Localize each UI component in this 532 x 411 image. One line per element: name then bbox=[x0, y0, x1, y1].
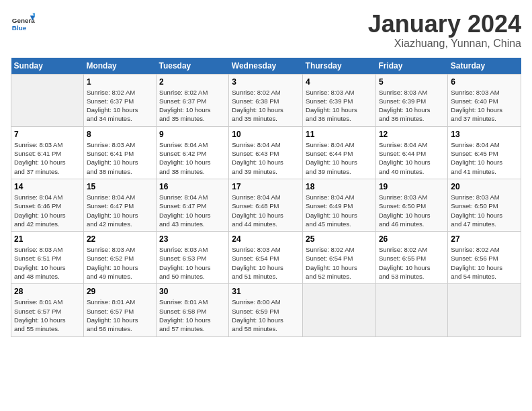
calendar-cell: 8Sunrise: 8:03 AM Sunset: 6:41 PM Daylig… bbox=[83, 126, 156, 179]
day-info: Sunrise: 8:03 AM Sunset: 6:41 PM Dayligh… bbox=[87, 140, 153, 176]
day-info: Sunrise: 8:03 AM Sunset: 6:50 PM Dayligh… bbox=[451, 193, 518, 228]
day-number: 11 bbox=[306, 130, 373, 139]
day-number: 4 bbox=[306, 77, 373, 87]
calendar-cell: 25Sunrise: 8:02 AM Sunset: 6:54 PM Dayli… bbox=[303, 232, 376, 284]
calendar-cell: 16Sunrise: 8:04 AM Sunset: 6:47 PM Dayli… bbox=[157, 179, 229, 231]
week-row-2: 7Sunrise: 8:03 AM Sunset: 6:41 PM Daylig… bbox=[11, 126, 521, 179]
day-number: 13 bbox=[451, 130, 518, 139]
day-info: Sunrise: 8:02 AM Sunset: 6:38 PM Dayligh… bbox=[232, 88, 300, 124]
day-info: Sunrise: 8:03 AM Sunset: 6:51 PM Dayligh… bbox=[14, 245, 81, 281]
week-row-1: 1Sunrise: 8:02 AM Sunset: 6:37 PM Daylig… bbox=[11, 74, 521, 126]
page: General Blue January 2024 Xiazhuang, Yun… bbox=[0, 0, 532, 411]
day-number: 20 bbox=[451, 182, 518, 191]
calendar-cell: 28Sunrise: 8:01 AM Sunset: 6:57 PM Dayli… bbox=[11, 284, 84, 336]
day-number: 10 bbox=[232, 130, 300, 139]
calendar-cell: 1Sunrise: 8:02 AM Sunset: 6:37 PM Daylig… bbox=[83, 74, 156, 126]
day-number: 24 bbox=[232, 234, 300, 244]
calendar-cell: 29Sunrise: 8:01 AM Sunset: 6:57 PM Dayli… bbox=[83, 284, 156, 336]
calendar-table: SundayMondayTuesdayWednesdayThursdayFrid… bbox=[11, 58, 521, 337]
calendar-cell: 21Sunrise: 8:03 AM Sunset: 6:51 PM Dayli… bbox=[11, 232, 84, 284]
calendar-cell: 14Sunrise: 8:04 AM Sunset: 6:46 PM Dayli… bbox=[11, 179, 84, 231]
day-info: Sunrise: 8:04 AM Sunset: 6:48 PM Dayligh… bbox=[232, 193, 300, 228]
day-number: 28 bbox=[14, 287, 81, 296]
calendar-cell: 11Sunrise: 8:04 AM Sunset: 6:44 PM Dayli… bbox=[303, 126, 376, 179]
calendar-cell: 10Sunrise: 8:04 AM Sunset: 6:43 PM Dayli… bbox=[229, 126, 303, 179]
column-header-wednesday: Wednesday bbox=[229, 58, 303, 75]
day-number: 2 bbox=[159, 77, 226, 87]
calendar-cell bbox=[448, 284, 521, 336]
calendar-cell: 30Sunrise: 8:01 AM Sunset: 6:58 PM Dayli… bbox=[157, 284, 229, 336]
day-number: 9 bbox=[159, 130, 226, 139]
column-header-thursday: Thursday bbox=[303, 58, 376, 75]
calendar-cell: 23Sunrise: 8:03 AM Sunset: 6:53 PM Dayli… bbox=[157, 232, 229, 284]
day-info: Sunrise: 8:04 AM Sunset: 6:45 PM Dayligh… bbox=[451, 140, 518, 176]
calendar-cell: 3Sunrise: 8:02 AM Sunset: 6:38 PM Daylig… bbox=[229, 74, 303, 126]
day-info: Sunrise: 8:02 AM Sunset: 6:37 PM Dayligh… bbox=[159, 88, 226, 124]
day-info: Sunrise: 8:03 AM Sunset: 6:50 PM Dayligh… bbox=[379, 193, 445, 228]
day-number: 1 bbox=[87, 77, 153, 87]
header: General Blue January 2024 Xiazhuang, Yun… bbox=[11, 11, 521, 50]
calendar-cell: 31Sunrise: 8:00 AM Sunset: 6:59 PM Dayli… bbox=[229, 284, 303, 336]
calendar-cell bbox=[11, 74, 84, 126]
day-info: Sunrise: 8:01 AM Sunset: 6:57 PM Dayligh… bbox=[87, 298, 153, 333]
day-number: 19 bbox=[379, 182, 445, 191]
week-row-5: 28Sunrise: 8:01 AM Sunset: 6:57 PM Dayli… bbox=[11, 284, 521, 336]
day-info: Sunrise: 8:04 AM Sunset: 6:44 PM Dayligh… bbox=[379, 140, 445, 176]
calendar-cell: 26Sunrise: 8:02 AM Sunset: 6:55 PM Dayli… bbox=[375, 232, 447, 284]
day-info: Sunrise: 8:03 AM Sunset: 6:39 PM Dayligh… bbox=[306, 88, 373, 124]
calendar-cell: 18Sunrise: 8:04 AM Sunset: 6:49 PM Dayli… bbox=[303, 179, 376, 231]
day-number: 26 bbox=[379, 234, 445, 244]
day-info: Sunrise: 8:04 AM Sunset: 6:46 PM Dayligh… bbox=[14, 193, 81, 228]
column-header-friday: Friday bbox=[375, 58, 447, 75]
day-info: Sunrise: 8:04 AM Sunset: 6:43 PM Dayligh… bbox=[232, 140, 300, 176]
day-info: Sunrise: 8:04 AM Sunset: 6:44 PM Dayligh… bbox=[306, 140, 373, 176]
day-number: 21 bbox=[14, 234, 81, 244]
calendar-cell: 2Sunrise: 8:02 AM Sunset: 6:37 PM Daylig… bbox=[157, 74, 229, 126]
day-info: Sunrise: 8:03 AM Sunset: 6:53 PM Dayligh… bbox=[159, 245, 226, 281]
day-info: Sunrise: 8:01 AM Sunset: 6:57 PM Dayligh… bbox=[14, 298, 81, 333]
column-header-monday: Monday bbox=[83, 58, 156, 75]
calendar-cell bbox=[303, 284, 376, 336]
calendar-cell: 13Sunrise: 8:04 AM Sunset: 6:45 PM Dayli… bbox=[448, 126, 521, 179]
day-info: Sunrise: 8:03 AM Sunset: 6:52 PM Dayligh… bbox=[87, 245, 153, 281]
column-header-tuesday: Tuesday bbox=[157, 58, 229, 75]
calendar-cell: 6Sunrise: 8:03 AM Sunset: 6:40 PM Daylig… bbox=[448, 74, 521, 126]
title-area: January 2024 Xiazhuang, Yunnan, China bbox=[368, 11, 521, 50]
day-number: 25 bbox=[306, 234, 373, 244]
calendar-cell: 20Sunrise: 8:03 AM Sunset: 6:50 PM Dayli… bbox=[448, 179, 521, 231]
svg-text:Blue: Blue bbox=[12, 24, 27, 32]
calendar-cell: 24Sunrise: 8:03 AM Sunset: 6:54 PM Dayli… bbox=[229, 232, 303, 284]
day-number: 16 bbox=[159, 182, 226, 191]
column-header-sunday: Sunday bbox=[11, 58, 84, 75]
week-row-4: 21Sunrise: 8:03 AM Sunset: 6:51 PM Dayli… bbox=[11, 232, 521, 284]
day-number: 12 bbox=[379, 130, 445, 139]
day-info: Sunrise: 8:01 AM Sunset: 6:58 PM Dayligh… bbox=[159, 298, 226, 333]
day-info: Sunrise: 8:02 AM Sunset: 6:55 PM Dayligh… bbox=[379, 245, 445, 281]
calendar-cell: 17Sunrise: 8:04 AM Sunset: 6:48 PM Dayli… bbox=[229, 179, 303, 231]
day-info: Sunrise: 8:02 AM Sunset: 6:54 PM Dayligh… bbox=[306, 245, 373, 281]
calendar-cell: 9Sunrise: 8:04 AM Sunset: 6:42 PM Daylig… bbox=[157, 126, 229, 179]
day-info: Sunrise: 8:03 AM Sunset: 6:54 PM Dayligh… bbox=[232, 245, 300, 281]
calendar-cell: 12Sunrise: 8:04 AM Sunset: 6:44 PM Dayli… bbox=[375, 126, 447, 179]
main-title: January 2024 bbox=[368, 11, 521, 38]
logo-icon: General Blue bbox=[11, 11, 35, 35]
calendar-cell: 4Sunrise: 8:03 AM Sunset: 6:39 PM Daylig… bbox=[303, 74, 376, 126]
logo: General Blue bbox=[11, 11, 35, 35]
day-number: 6 bbox=[451, 77, 518, 87]
column-header-saturday: Saturday bbox=[448, 58, 521, 75]
day-info: Sunrise: 8:03 AM Sunset: 6:39 PM Dayligh… bbox=[379, 88, 445, 124]
day-number: 8 bbox=[87, 130, 153, 139]
calendar-cell bbox=[375, 284, 447, 336]
subtitle: Xiazhuang, Yunnan, China bbox=[368, 38, 521, 50]
day-number: 15 bbox=[87, 182, 153, 191]
day-info: Sunrise: 8:02 AM Sunset: 6:56 PM Dayligh… bbox=[451, 245, 518, 281]
calendar-cell: 5Sunrise: 8:03 AM Sunset: 6:39 PM Daylig… bbox=[375, 74, 447, 126]
calendar-cell: 19Sunrise: 8:03 AM Sunset: 6:50 PM Dayli… bbox=[375, 179, 447, 231]
header-row: SundayMondayTuesdayWednesdayThursdayFrid… bbox=[11, 58, 521, 75]
day-number: 30 bbox=[159, 287, 226, 296]
day-info: Sunrise: 8:02 AM Sunset: 6:37 PM Dayligh… bbox=[87, 88, 153, 124]
day-number: 27 bbox=[451, 234, 518, 244]
day-number: 3 bbox=[232, 77, 300, 87]
day-number: 23 bbox=[159, 234, 226, 244]
day-info: Sunrise: 8:04 AM Sunset: 6:49 PM Dayligh… bbox=[306, 193, 373, 228]
